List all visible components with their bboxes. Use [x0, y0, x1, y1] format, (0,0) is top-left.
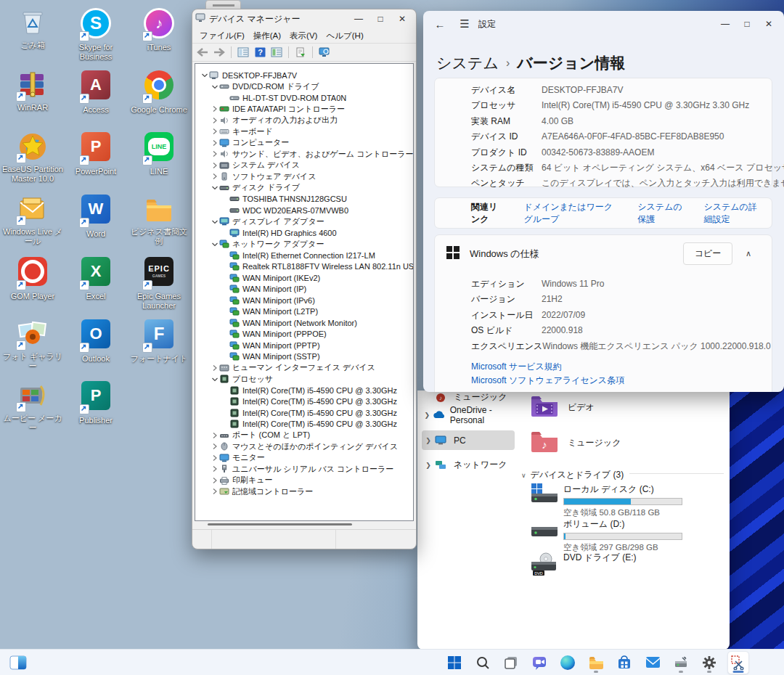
desktop-icon-winrar[interactable]: WinRAR: [1, 68, 64, 112]
tree-item-item[interactable]: キーボード: [195, 126, 413, 138]
tree-item-item[interactable]: 記憶域コントローラー: [195, 486, 413, 498]
folder-tile-item[interactable]: ♪ミュージック: [530, 428, 704, 458]
minimize-button[interactable]: —: [714, 16, 736, 32]
related-link-item[interactable]: システムの保護: [637, 201, 685, 226]
drive-c[interactable]: ローカル ディスク (C:)空き領域 50.8 GB/118 GB: [530, 483, 719, 518]
desktop-icon-powerpoint[interactable]: PPowerPoint: [65, 130, 127, 176]
menu-f[interactable]: ファイル(F): [195, 29, 249, 43]
chevron-right-icon[interactable]: [210, 476, 219, 484]
desktop-icon-access[interactable]: AAccess: [65, 68, 127, 115]
device-manager-titlebar[interactable]: デバイス マネージャー — □ ✕: [192, 9, 416, 28]
taskbar-settings-icon[interactable]: [699, 652, 719, 674]
chevron-right-icon[interactable]: [210, 364, 219, 372]
tree-item-intel-r-core-tm-i5-4590-cpu-3-30ghz[interactable]: Intel(R) Core(TM) i5-4590 CPU @ 3.30GHz: [195, 385, 413, 396]
tree-item-intel-r-core-tm-i5-4590-cpu-3-30ghz[interactable]: Intel(R) Core(TM) i5-4590 CPU @ 3.30GHz: [195, 419, 413, 430]
desktop-icon-windows-live[interactable]: Windows Live メール: [1, 192, 64, 246]
chevron-right-icon[interactable]: [210, 443, 219, 451]
tree-item-wan-miniport-l2tp[interactable]: WAN Miniport (L2TP): [195, 306, 413, 318]
windows-spec-header[interactable]: Windows の仕様 コピー ∧: [435, 235, 772, 271]
tree-item-item[interactable]: コンピューター: [195, 137, 413, 149]
tree-item-wan-miniport-pptp[interactable]: WAN Miniport (PPTP): [195, 340, 413, 351]
folder-tile-item[interactable]: ビデオ: [530, 392, 704, 422]
taskbar-widgets-icon[interactable]: [7, 652, 29, 672]
desktop-icon-easeus-partition-master-10-0[interactable]: EaseUS Partition Master 10.0: [1, 130, 64, 184]
sidebar-item-pc[interactable]: ❯PC: [422, 430, 515, 450]
taskbar-search-icon[interactable]: [473, 652, 493, 674]
back-icon[interactable]: ←: [428, 15, 452, 33]
taskbar-device-manager-icon[interactable]: [671, 652, 691, 674]
chevron-right-icon[interactable]: [210, 116, 219, 124]
tree-item-wan-miniport-ikev2[interactable]: WAN Miniport (IKEv2): [195, 272, 413, 284]
tree-item-wan-miniport-ipv6[interactable]: WAN Miniport (IPv6): [195, 295, 413, 306]
maximize-button[interactable]: □: [369, 11, 391, 27]
desktop-icon-excel[interactable]: XExcel: [65, 255, 127, 301]
tree-item-intel-r-hd-graphics-4600[interactable]: Intel(R) HD Graphics 4600: [195, 227, 413, 239]
tree-item-intel-r-ethernet-connection-i217-lm[interactable]: Intel(R) Ethernet Connection I217-LM: [195, 250, 413, 261]
related-link-item[interactable]: システムの詳細設定: [703, 201, 764, 226]
desktop-icon-item[interactable]: Fフォートナイト: [128, 317, 190, 364]
desktop-icon-epic-games-launcher[interactable]: EPICGAMESEpic Games Launcher: [128, 255, 190, 311]
chevron-right-icon[interactable]: [210, 465, 219, 473]
tree-item-item[interactable]: ヒューマン インターフェイス デバイス: [195, 362, 413, 374]
tree-item-item[interactable]: ディスプレイ アダプター: [195, 216, 413, 228]
tree-item-item[interactable]: プロセッサ: [195, 374, 413, 385]
desktop-icon-gom-player[interactable]: GOM Player: [1, 255, 64, 301]
list-view-icon[interactable]: [236, 45, 250, 60]
chevron-down-icon[interactable]: [210, 375, 219, 383]
desktop-icon-skype-for-business[interactable]: SSkype for Business: [65, 6, 127, 62]
desktop-icon-word[interactable]: WWord: [65, 192, 127, 239]
taskbar-snipping-tool-icon[interactable]: [727, 651, 749, 674]
devices-and-drives-header[interactable]: ∨ デバイスとドライブ (3): [521, 469, 624, 481]
tree-item-desktop-ffjba7v[interactable]: DESKTOP-FFJBA7V: [195, 70, 413, 81]
back-icon[interactable]: [195, 45, 210, 60]
details-view-icon[interactable]: [269, 45, 284, 60]
tree-item-wdc-wd20ears-07mvwb0[interactable]: WDC WD20EARS-07MVWB0: [195, 205, 413, 216]
settings-titlebar[interactable]: ← ☰ 設定 — □ ✕: [423, 11, 784, 37]
drive-dvd-e[interactable]: DVDDVD ドライブ (E:): [530, 552, 719, 579]
chevron-right-icon[interactable]: [210, 105, 219, 113]
tree-item-wan-miniport-sstp[interactable]: WAN Miniport (SSTP): [195, 351, 413, 363]
tree-item-toshiba-thnsnj128gcsu[interactable]: TOSHIBA THNSNJ128GCSU: [195, 194, 413, 205]
windows-spec-link-microsoft[interactable]: Microsoft ソフトウェアライセンス条項: [471, 375, 624, 385]
tree-item-item[interactable]: マウスとそのほかのポインティング デバイス: [195, 441, 413, 453]
chevron-down-icon[interactable]: [210, 240, 219, 248]
tree-item-item[interactable]: ソフトウェア デバイス: [195, 171, 413, 183]
chevron-right-icon[interactable]: ❯: [422, 437, 435, 444]
forward-icon[interactable]: [212, 45, 226, 60]
taskbar-task-view-icon[interactable]: [501, 652, 521, 674]
collapse-chevron-icon[interactable]: ∧: [746, 249, 751, 258]
tree-item-item[interactable]: モニター: [195, 452, 413, 464]
desktop-icon-item[interactable]: ムービー メーカー: [1, 379, 64, 433]
taskbar-start-icon[interactable]: [444, 652, 465, 674]
desktop-icon-publisher[interactable]: PPublisher: [65, 379, 127, 425]
section-chevron-icon[interactable]: ∨: [521, 472, 526, 479]
tree-item-item[interactable]: オーディオの入力および出力: [195, 115, 413, 126]
tree-item-wan-miniport-network-monitor[interactable]: WAN Miniport (Network Monitor): [195, 317, 413, 329]
maximize-button[interactable]: □: [736, 16, 758, 32]
tree-item-item[interactable]: ディスク ドライブ: [195, 182, 413, 194]
chevron-right-icon[interactable]: [210, 128, 219, 136]
tree-item-ide-ata-atapi[interactable]: IDE ATA/ATAPI コントローラー: [195, 104, 413, 115]
chevron-right-icon[interactable]: [210, 454, 219, 462]
hamburger-menu-icon[interactable]: ☰: [452, 15, 477, 33]
tree-item-item[interactable]: 印刷キュー: [195, 475, 413, 486]
tree-item-com-lpt[interactable]: ポート (COM と LPT): [195, 430, 413, 441]
close-button[interactable]: ✕: [758, 16, 780, 32]
taskbar-store-icon[interactable]: [614, 652, 634, 674]
chevron-right-icon[interactable]: [210, 173, 219, 181]
windows-spec-link-microsoft[interactable]: Microsoft サービス規約: [471, 361, 562, 372]
taskbar-chat-icon[interactable]: [529, 652, 550, 674]
chevron-down-icon[interactable]: [210, 218, 219, 226]
chevron-down-icon[interactable]: [210, 83, 219, 91]
chevron-down-icon[interactable]: [200, 71, 209, 79]
tree-item-wan-miniport-pppoe[interactable]: WAN Miniport (PPPOE): [195, 329, 413, 340]
scrollbar-thumb[interactable]: [208, 523, 352, 525]
tree-item-hl-dt-st-dvd-rom-dta0n[interactable]: HL-DT-ST DVD-ROM DTA0N: [195, 92, 413, 104]
tree-item-item[interactable]: ユニバーサル シリアル バス コントローラー: [195, 464, 413, 475]
breadcrumb-system[interactable]: システム: [436, 53, 499, 73]
desktop-icon-item[interactable]: フォト ギャラリー: [1, 317, 64, 371]
horizontal-scrollbar[interactable]: [195, 522, 414, 527]
scan-monitor-icon[interactable]: [317, 45, 332, 60]
tree-item-item[interactable]: サウンド、ビデオ、およびゲーム コントローラー: [195, 149, 413, 160]
desktop-icon-line[interactable]: LINELINE: [128, 130, 190, 176]
